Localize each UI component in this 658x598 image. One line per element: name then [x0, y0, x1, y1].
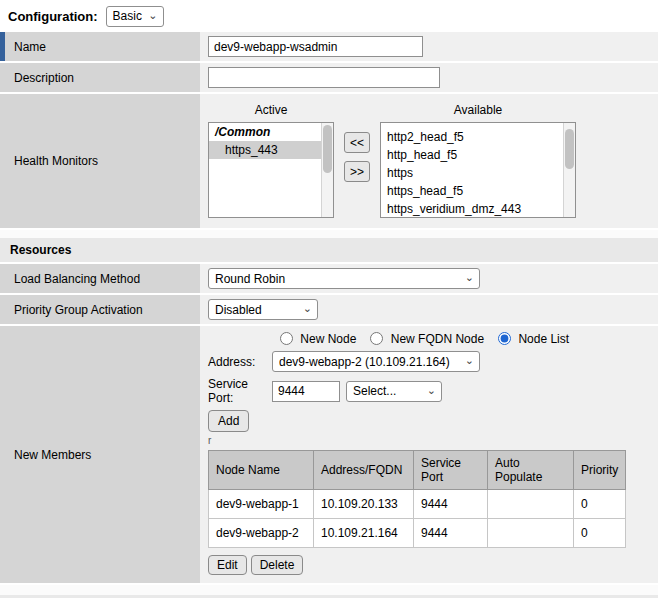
move-to-active-button[interactable]: << [344, 132, 370, 153]
cell-address: 10.109.20.133 [314, 490, 414, 519]
cell-auto-populate [488, 519, 574, 548]
add-button[interactable]: Add [208, 410, 249, 432]
name-label: Name [0, 32, 200, 61]
active-partition-item[interactable]: /Common [209, 123, 333, 141]
load-balancing-select[interactable]: Round Robin [208, 268, 480, 289]
name-row: Name [0, 32, 658, 63]
cell-service-port: 9444 [414, 490, 488, 519]
available-monitor-item[interactable]: http2_head_f5 [381, 128, 575, 146]
service-port-input[interactable] [272, 381, 340, 402]
configuration-select-wrap: Basic ⌄ [106, 6, 164, 27]
stray-text: r [208, 437, 211, 445]
available-list-scrollbar[interactable] [563, 123, 575, 217]
monitor-move-buttons: << >> [344, 132, 370, 182]
cell-node-name: dev9-webapp-2 [209, 519, 314, 548]
members-table-header-row: Node Name Address/FQDN Service Port Auto… [209, 451, 626, 490]
cell-service-port: 9444 [414, 519, 488, 548]
delete-button[interactable]: Delete [251, 555, 304, 575]
configuration-bar: Configuration: Basic ⌄ [0, 0, 658, 32]
member-type-radios: New Node New FQDN Node Node List [280, 332, 569, 346]
new-node-radio[interactable] [280, 332, 293, 345]
name-input[interactable] [208, 36, 423, 57]
col-address-fqdn: Address/FQDN [314, 451, 414, 490]
resources-section-header: Resources [0, 238, 658, 264]
configuration-label: Configuration: [8, 9, 98, 24]
scrollbar-thumb[interactable] [323, 125, 332, 173]
service-port-label: Service Port: [208, 377, 266, 405]
radio-new-node[interactable]: New Node [280, 332, 356, 346]
scrollbar-thumb[interactable] [565, 129, 574, 169]
priority-group-row: Priority Group Activation Disabled ⌄ [0, 295, 658, 326]
new-members-row: New Members New Node New FQDN Node Node … [0, 326, 658, 585]
configuration-select[interactable]: Basic [106, 6, 164, 27]
description-label: Description [0, 63, 200, 92]
available-monitors-column: Available http2_head_f5 http_head_f5 htt… [380, 100, 576, 218]
table-row[interactable]: dev9-webapp-1 10.109.20.133 9444 0 [209, 490, 626, 519]
cell-priority: 0 [574, 490, 626, 519]
available-monitor-item[interactable]: https_head_f5 [381, 182, 575, 200]
description-input[interactable] [208, 67, 440, 88]
available-monitor-item[interactable]: https [381, 164, 575, 182]
node-list-radio[interactable] [498, 332, 511, 345]
cell-auto-populate [488, 490, 574, 519]
col-priority: Priority [574, 451, 626, 490]
active-monitors-listbox[interactable]: /Common https_443 [208, 122, 334, 218]
col-node-name: Node Name [209, 451, 314, 490]
active-list-scrollbar[interactable] [321, 123, 333, 217]
available-list-title: Available [380, 100, 576, 122]
col-service-port: Service Port [414, 451, 488, 490]
resources-table: Load Balancing Method Round Robin ⌄ Prio… [0, 264, 658, 585]
edit-button[interactable]: Edit [208, 555, 247, 575]
health-monitors-label: Health Monitors [0, 94, 200, 228]
address-line: Address: dev9-webapp-2 (10.109.21.164) ⌄ [208, 351, 480, 372]
description-row: Description [0, 63, 658, 94]
available-monitor-item[interactable]: http_head_f5 [381, 146, 575, 164]
new-fqdn-node-radio[interactable] [370, 332, 383, 345]
available-monitor-item[interactable]: https_veridium_dmz_443 [381, 200, 575, 218]
active-monitor-item[interactable]: https_443 [209, 141, 333, 159]
members-table: Node Name Address/FQDN Service Port Auto… [208, 450, 626, 548]
service-port-line: Service Port: Select... ⌄ [208, 377, 442, 405]
priority-group-label: Priority Group Activation [0, 295, 200, 324]
move-to-available-button[interactable]: >> [344, 161, 370, 182]
health-monitors-row: Health Monitors Active /Common https_443 [0, 94, 658, 230]
load-balancing-label: Load Balancing Method [0, 264, 200, 293]
radio-new-fqdn-node[interactable]: New FQDN Node [370, 332, 484, 346]
active-list-title: Active [208, 100, 334, 122]
general-properties-table: Name Description Health Monitors Active … [0, 32, 658, 230]
available-monitors-listbox[interactable]: http2_head_f5 http_head_f5 https https_h… [380, 122, 576, 218]
health-monitors-widget: Active /Common https_443 << >> [208, 98, 576, 224]
cell-node-name: dev9-webapp-1 [209, 490, 314, 519]
load-balancing-row: Load Balancing Method Round Robin ⌄ [0, 264, 658, 295]
active-monitors-column: Active /Common https_443 [208, 100, 334, 218]
address-label: Address: [208, 355, 266, 369]
priority-group-select[interactable]: Disabled [208, 299, 318, 320]
col-auto-populate: Auto Populate [488, 451, 574, 490]
address-select[interactable]: dev9-webapp-2 (10.109.21.164) [272, 351, 480, 372]
cell-priority: 0 [574, 519, 626, 548]
service-port-select[interactable]: Select... [346, 381, 442, 402]
new-members-label: New Members [0, 326, 200, 583]
table-row[interactable]: dev9-webapp-2 10.109.21.164 9444 0 [209, 519, 626, 548]
cell-address: 10.109.21.164 [314, 519, 414, 548]
radio-node-list[interactable]: Node List [498, 332, 569, 346]
